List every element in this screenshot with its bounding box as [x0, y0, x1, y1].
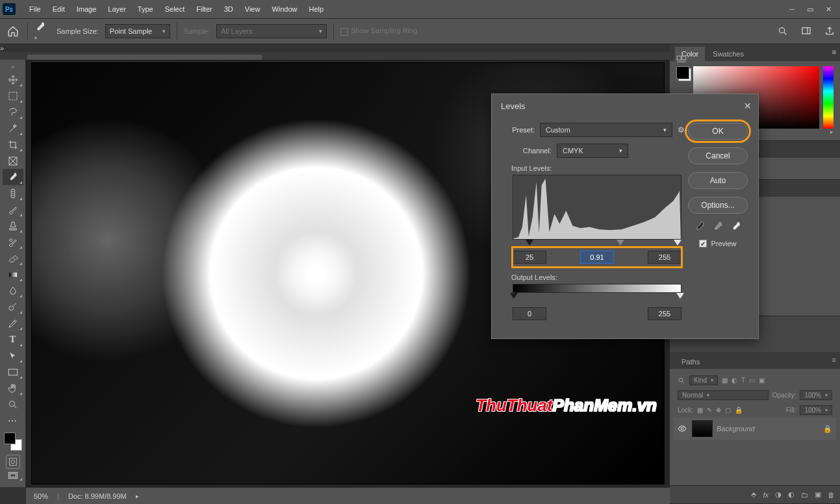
lock-artboard-icon[interactable]: ▢ — [725, 407, 731, 414]
auto-button[interactable]: Auto — [688, 172, 748, 189]
output-black-value[interactable]: 0 — [513, 307, 546, 320]
brush-tool[interactable] — [3, 201, 23, 218]
input-black-value[interactable]: 25 — [513, 251, 546, 264]
eyedropper-tool[interactable] — [3, 169, 23, 185]
filter-shape-icon[interactable]: ▭ — [749, 377, 755, 384]
filter-type-icon[interactable]: T — [741, 377, 745, 384]
output-gradient[interactable] — [513, 284, 681, 293]
move-tool[interactable] — [3, 71, 23, 88]
menu-type[interactable]: Type — [132, 0, 159, 18]
histogram[interactable] — [513, 175, 681, 240]
window-restore[interactable]: ▭ — [801, 3, 819, 16]
window-minimize[interactable]: ─ — [783, 3, 801, 16]
layer-filter-icon[interactable] — [678, 377, 685, 384]
input-mid-value[interactable]: 0.91 — [580, 251, 614, 264]
dodge-tool[interactable] — [3, 299, 23, 315]
sample-size-select[interactable]: Point Sample▾ — [105, 24, 170, 38]
opacity-input[interactable]: 100%▾ — [800, 390, 832, 400]
layer-kind-select[interactable]: Kind▾ — [689, 375, 718, 385]
quick-mask-button[interactable] — [6, 455, 20, 469]
color-swatches[interactable] — [4, 433, 22, 451]
rectangle-tool[interactable] — [3, 364, 23, 380]
tab-paths[interactable]: Paths — [675, 355, 706, 369]
menu-edit[interactable]: Edit — [47, 0, 71, 18]
history-brush-tool[interactable] — [3, 234, 23, 250]
lock-pixels-icon[interactable]: ▦ — [697, 407, 703, 414]
path-select-tool[interactable] — [3, 347, 23, 364]
options-button[interactable]: Options... — [688, 197, 748, 214]
output-white-value[interactable]: 255 — [648, 307, 681, 320]
channel-select[interactable]: CMYK▾ — [557, 144, 628, 158]
lock-position-icon[interactable]: ✥ — [716, 407, 721, 414]
window-close[interactable]: ✕ — [819, 3, 837, 16]
layer-row-background[interactable]: Background 🔒 — [674, 418, 836, 440]
white-eyedropper-icon[interactable] — [731, 221, 741, 232]
home-button[interactable] — [5, 23, 21, 39]
frame-tool[interactable] — [3, 153, 23, 169]
foreground-color[interactable] — [676, 66, 689, 79]
adjustment-layer-icon[interactable]: ◐ — [788, 490, 795, 499]
hue-slider[interactable] — [823, 66, 834, 129]
visibility-icon[interactable] — [678, 424, 688, 433]
dialog-close-icon[interactable]: ✕ — [744, 101, 752, 111]
artboard-tool[interactable] — [3, 88, 23, 104]
layer-fx-icon[interactable]: fx — [763, 491, 769, 499]
output-slider[interactable] — [513, 293, 681, 301]
lasso-tool[interactable] — [3, 104, 23, 120]
black-eyedropper-icon[interactable] — [694, 221, 705, 232]
menu-filter[interactable]: Filter — [190, 0, 218, 18]
white-point-slider[interactable] — [674, 240, 681, 246]
layer-name[interactable]: Background — [717, 425, 755, 433]
black-point-slider[interactable] — [526, 240, 533, 246]
preset-select[interactable]: Custom▾ — [540, 123, 672, 137]
fill-input[interactable]: 100%▾ — [800, 405, 832, 415]
eraser-tool[interactable] — [3, 250, 23, 266]
midtone-slider[interactable] — [617, 240, 624, 246]
group-icon[interactable]: 🗀 — [801, 491, 808, 499]
input-white-value[interactable]: 255 — [648, 251, 681, 264]
gradient-tool[interactable] — [3, 266, 23, 283]
blur-tool[interactable] — [3, 283, 23, 299]
lock-all-icon[interactable]: 🔒 — [735, 407, 743, 414]
pen-tool[interactable] — [3, 315, 23, 331]
layer-mask-icon[interactable]: ◑ — [775, 490, 782, 499]
menu-layer[interactable]: Layer — [102, 0, 132, 18]
type-tool[interactable]: T — [3, 331, 23, 347]
edit-toolbar[interactable]: ⋯ — [3, 412, 23, 429]
screen-mode-button[interactable] — [3, 469, 23, 482]
preview-checkbox[interactable]: ✔Preview — [699, 240, 736, 247]
eyedropper-icon[interactable]: ▾ — [34, 21, 50, 41]
zoom-level[interactable]: 50% — [34, 492, 48, 500]
input-slider[interactable] — [513, 240, 681, 247]
delete-layer-icon[interactable]: 🗑 — [828, 491, 835, 499]
crop-tool[interactable] — [3, 136, 23, 153]
share-icon[interactable] — [818, 26, 835, 36]
stamp-tool[interactable] — [3, 218, 23, 234]
filter-pixel-icon[interactable]: ▦ — [722, 377, 728, 384]
panel-flyout-icon[interactable]: ≡ — [832, 356, 836, 364]
lock-brush-icon[interactable]: ✎ — [707, 407, 712, 414]
menu-select[interactable]: Select — [159, 0, 191, 18]
filter-smart-icon[interactable]: ▣ — [759, 377, 765, 384]
dialog-titlebar[interactable]: Levels ✕ — [492, 94, 758, 118]
output-white-slider[interactable] — [676, 293, 684, 299]
doc-size[interactable]: Doc: 8.99M/8.99M — [68, 492, 127, 500]
toolbar-chevron-icon[interactable]: » — [0, 62, 25, 71]
menu-file[interactable]: File — [23, 0, 47, 18]
output-black-slider[interactable] — [510, 293, 518, 299]
link-layers-icon[interactable]: ⬘ — [751, 490, 756, 499]
search-icon[interactable] — [771, 26, 788, 36]
gray-eyedropper-icon[interactable] — [713, 221, 723, 232]
spot-heal-tool[interactable] — [3, 185, 23, 201]
wand-tool[interactable] — [3, 120, 23, 136]
zoom-tool[interactable] — [3, 396, 23, 412]
new-layer-icon[interactable]: ▣ — [815, 490, 821, 499]
tab-swatches[interactable]: Swatches — [706, 47, 750, 61]
hand-tool[interactable] — [3, 380, 23, 396]
menu-help[interactable]: Help — [303, 0, 330, 18]
menu-image[interactable]: Image — [71, 0, 103, 18]
cancel-button[interactable]: Cancel — [688, 147, 748, 164]
filter-adjust-icon[interactable]: ◐ — [732, 377, 737, 384]
menu-view[interactable]: View — [239, 0, 266, 18]
preset-gear-icon[interactable]: ⚙▾ — [678, 125, 687, 134]
